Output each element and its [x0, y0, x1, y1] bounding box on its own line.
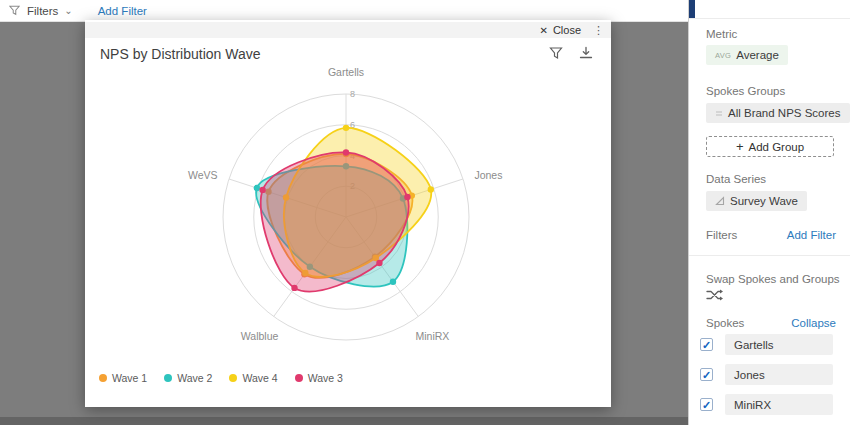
- close-label: Close: [553, 24, 581, 36]
- spoke-field[interactable]: MiniRX: [725, 394, 833, 415]
- spoke-row: ✓ Jones: [700, 364, 833, 385]
- radar-point[interactable]: [343, 149, 349, 155]
- modal-header-strip: ✕ Close ⋮: [85, 22, 611, 38]
- metric-section-label: Metric: [706, 28, 737, 40]
- legend-item[interactable]: Wave 2: [164, 372, 212, 384]
- chart-legend: Wave 1 Wave 2 Wave 4 Wave 3: [99, 372, 343, 384]
- radar-point[interactable]: [390, 278, 396, 284]
- page-bottom-edge: [0, 417, 688, 425]
- legend-item[interactable]: Wave 3: [295, 372, 343, 384]
- radar-point[interactable]: [254, 185, 260, 191]
- legend-label: Wave 3: [308, 372, 343, 384]
- data-series-chip[interactable]: Survey Wave: [706, 191, 807, 211]
- collapse-link[interactable]: Collapse: [791, 317, 836, 329]
- radar-plot: 2468GartellsJonesMiniRXWalblueWeVS: [85, 56, 611, 368]
- spokes-groups-section-label: Spokes Groups: [706, 85, 785, 97]
- radar-axis-label: WeVS: [188, 169, 218, 181]
- radar-axis-label: MiniRX: [415, 330, 449, 342]
- radar-axis-label: Walblue: [241, 330, 279, 342]
- metric-chip[interactable]: AVG Average: [706, 45, 788, 65]
- legend-item[interactable]: Wave 1: [99, 372, 147, 384]
- spoke-checkbox[interactable]: ✓: [700, 398, 713, 411]
- spoke-field[interactable]: Gartells: [725, 334, 833, 355]
- radar-point[interactable]: [343, 125, 349, 131]
- plus-icon: +: [736, 141, 744, 152]
- filters-dropdown-label[interactable]: Filters: [27, 5, 58, 17]
- spokes-section-label: Spokes: [706, 317, 744, 329]
- drag-handle-icon: [715, 109, 723, 118]
- radar-point[interactable]: [428, 186, 434, 192]
- field-type-icon: [715, 196, 725, 206]
- spoke-row: ✓ MiniRX: [700, 394, 833, 415]
- legend-dot: [99, 374, 107, 382]
- swap-icon[interactable]: [706, 288, 724, 302]
- radar-point[interactable]: [259, 187, 265, 193]
- filter-funnel-icon: [9, 5, 20, 16]
- spokes-group-chip[interactable]: All Brand NPS Scores: [706, 103, 850, 123]
- legend-dot: [229, 374, 237, 382]
- chevron-down-icon[interactable]: ⌄: [64, 7, 72, 15]
- divider: [689, 255, 850, 256]
- spoke-field[interactable]: Jones: [725, 364, 833, 385]
- metric-chip-value: Average: [736, 49, 779, 61]
- metric-aggregation-prefix: AVG: [715, 51, 731, 60]
- top-filter-bar: Filters ⌄ Add Filter: [0, 0, 688, 22]
- radar-axis-label: Gartells: [328, 66, 364, 78]
- add-group-label: Add Group: [748, 141, 804, 153]
- legend-label: Wave 2: [177, 372, 212, 384]
- spoke-checkbox[interactable]: ✓: [700, 338, 713, 351]
- legend-label: Wave 1: [112, 372, 147, 384]
- chart-modal: ✕ Close ⋮ NPS by Distribution Wave 2468G…: [85, 20, 611, 407]
- settings-sidebar: Metric AVG Average Spokes Groups All Bra…: [688, 0, 850, 425]
- legend-dot: [164, 374, 172, 382]
- radar-point[interactable]: [404, 194, 410, 200]
- spokes-group-chip-value: All Brand NPS Scores: [728, 107, 841, 119]
- add-filter-link[interactable]: Add Filter: [98, 5, 147, 17]
- data-series-chip-value: Survey Wave: [730, 195, 798, 207]
- close-icon: ✕: [539, 25, 547, 36]
- radar-axis-label: Jones: [474, 169, 502, 181]
- spoke-checkbox[interactable]: ✓: [700, 368, 713, 381]
- radar-tick-label: 8: [350, 89, 355, 99]
- swap-section-label: Swap Spokes and Groups: [706, 273, 840, 285]
- close-button[interactable]: ✕ Close: [539, 24, 581, 36]
- legend-label: Wave 4: [242, 372, 277, 384]
- filters-section-label: Filters: [706, 229, 737, 241]
- spoke-row: ✓ Gartells: [700, 334, 833, 355]
- radar-point[interactable]: [291, 285, 297, 291]
- add-group-button[interactable]: + Add Group: [706, 136, 834, 157]
- sidebar-add-filter-link[interactable]: Add Filter: [787, 229, 836, 241]
- legend-dot: [295, 374, 303, 382]
- data-series-section-label: Data Series: [706, 173, 766, 185]
- divider: [689, 18, 850, 19]
- legend-item[interactable]: Wave 4: [229, 372, 277, 384]
- kebab-menu-icon[interactable]: ⋮: [593, 24, 604, 37]
- sidebar-accent-bar: [689, 0, 695, 18]
- radar-point[interactable]: [376, 260, 382, 266]
